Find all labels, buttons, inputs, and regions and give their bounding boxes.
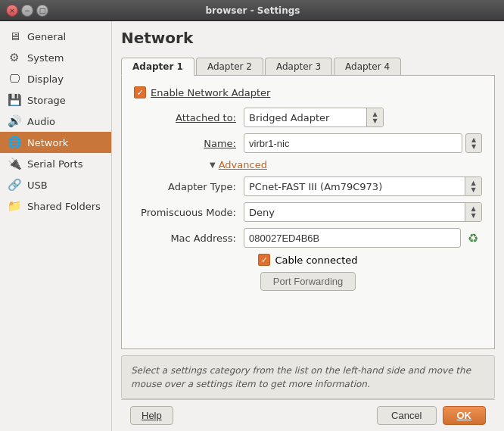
- sidebar-item-shared-folders[interactable]: 📁 Shared Folders: [0, 195, 111, 217]
- arrow-up2: ▲: [471, 180, 475, 186]
- attached-to-arrow[interactable]: ▲ ▼: [366, 108, 383, 126]
- tab-adapter3[interactable]: Adapter 3: [265, 58, 332, 75]
- tab-adapter2[interactable]: Adapter 2: [196, 58, 263, 75]
- storage-icon: 💾: [8, 93, 21, 107]
- cable-checkmark-icon: ✓: [261, 255, 268, 265]
- sidebar-item-system[interactable]: ⚙ System: [0, 47, 111, 68]
- network-icon: 🌐: [8, 136, 21, 149]
- attached-to-row: Attached to: Bridged Adapter ▲ ▼: [134, 108, 482, 127]
- sidebar-label-general: General: [27, 31, 66, 42]
- advanced-toggle[interactable]: ▼ Advanced: [134, 159, 482, 170]
- mac-label: Mac Address:: [134, 233, 244, 244]
- sidebar-label-storage: Storage: [27, 95, 66, 106]
- serial-ports-icon: 🔌: [8, 157, 21, 170]
- collapse-icon: ▼: [210, 161, 216, 169]
- system-icon: ⚙: [8, 51, 21, 64]
- promiscuous-arrow[interactable]: ▲ ▼: [465, 203, 481, 221]
- minimize-button[interactable]: −: [21, 5, 33, 17]
- general-icon: 🖥: [8, 30, 21, 43]
- port-forwarding-row: Port Forwarding: [134, 272, 482, 291]
- name-label: Name:: [134, 138, 244, 149]
- sidebar-label-audio: Audio: [27, 116, 55, 127]
- titlebar: × − □ browser - Settings: [0, 0, 504, 21]
- checkmark-icon: ✓: [136, 88, 143, 98]
- adapter-type-arrow[interactable]: ▲ ▼: [465, 177, 481, 195]
- settings-panel: ✓ Enable Network Adapter Attached to: Br…: [121, 75, 495, 349]
- help-button[interactable]: Help: [130, 406, 173, 425]
- main-container: 🖥 General ⚙ System 🖵 Display 💾 Storage 🔊…: [0, 21, 504, 431]
- maximize-button[interactable]: □: [36, 5, 48, 17]
- sidebar-item-display[interactable]: 🖵 Display: [0, 68, 111, 89]
- arrow-down2: ▼: [471, 187, 475, 193]
- cable-row: ✓ Cable connected: [134, 254, 482, 266]
- spinner-down: ▼: [471, 144, 476, 150]
- display-icon: 🖵: [8, 72, 21, 86]
- tab-adapter4[interactable]: Adapter 4: [334, 58, 401, 75]
- enable-checkbox[interactable]: ✓: [134, 86, 146, 98]
- enable-row: ✓ Enable Network Adapter: [134, 86, 482, 98]
- advanced-label: Advanced: [219, 159, 267, 170]
- sidebar-item-usb[interactable]: 🔗 USB: [0, 174, 111, 195]
- info-bar: Select a settings category from the list…: [121, 355, 495, 399]
- cancel-button[interactable]: Cancel: [377, 406, 436, 425]
- arrow-up3: ▲: [471, 206, 475, 212]
- arrow-down: ▼: [372, 118, 377, 124]
- spinner-up: ▲: [471, 137, 476, 143]
- sidebar-label-display: Display: [27, 73, 64, 85]
- sidebar-item-general[interactable]: 🖥 General: [0, 26, 111, 47]
- usb-icon: 🔗: [8, 178, 21, 192]
- attached-to-label: Attached to:: [134, 112, 244, 123]
- attached-to-value: Bridged Adapter: [244, 112, 366, 123]
- close-button[interactable]: ×: [6, 5, 18, 17]
- promiscuous-row: Promiscuous Mode: Deny ▲ ▼: [134, 202, 482, 222]
- sidebar-item-network[interactable]: 🌐 Network: [0, 132, 111, 153]
- sidebar-label-system: System: [27, 52, 64, 64]
- sidebar-label-shared-folders: Shared Folders: [27, 201, 101, 212]
- sidebar-item-audio[interactable]: 🔊 Audio: [0, 111, 111, 132]
- sidebar: 🖥 General ⚙ System 🖵 Display 💾 Storage 🔊…: [0, 21, 112, 431]
- page-title: Network: [121, 29, 495, 50]
- promiscuous-label: Promiscuous Mode:: [134, 207, 244, 218]
- mac-refresh-button[interactable]: ♻: [464, 229, 482, 247]
- promiscuous-dropdown[interactable]: Deny ▲ ▼: [244, 202, 482, 222]
- audio-icon: 🔊: [8, 114, 21, 128]
- bottom-right-buttons: Cancel OK: [377, 406, 486, 425]
- enable-label: Enable Network Adapter: [151, 87, 270, 98]
- sidebar-label-usb: USB: [27, 180, 48, 191]
- mac-row: Mac Address: ♻: [134, 228, 482, 248]
- attached-to-dropdown[interactable]: Bridged Adapter ▲ ▼: [244, 108, 384, 127]
- sidebar-item-serial-ports[interactable]: 🔌 Serial Ports: [0, 153, 111, 174]
- window-controls[interactable]: × − □: [6, 5, 48, 17]
- adapter-type-label: Adapter Type:: [134, 181, 244, 192]
- bottom-bar: Help Cancel OK: [121, 399, 495, 431]
- sidebar-item-storage[interactable]: 💾 Storage: [0, 89, 111, 111]
- adapter-type-value: PCnet-FAST III (Am79C973): [244, 181, 465, 192]
- cable-label: Cable connected: [275, 255, 357, 266]
- name-input[interactable]: [244, 133, 462, 153]
- adapter-type-row: Adapter Type: PCnet-FAST III (Am79C973) …: [134, 176, 482, 196]
- name-spinner[interactable]: ▲ ▼: [465, 133, 482, 153]
- name-row: Name: ▲ ▼: [134, 133, 482, 153]
- promiscuous-value: Deny: [244, 207, 465, 218]
- mac-input[interactable]: [244, 228, 461, 248]
- port-forwarding-button[interactable]: Port Forwarding: [260, 272, 356, 291]
- sidebar-label-serial-ports: Serial Ports: [27, 158, 82, 170]
- arrow-down3: ▼: [471, 213, 475, 219]
- cable-checkbox[interactable]: ✓: [258, 254, 270, 266]
- window-title: browser - Settings: [53, 5, 453, 16]
- adapter-type-dropdown[interactable]: PCnet-FAST III (Am79C973) ▲ ▼: [244, 176, 482, 196]
- tab-bar: Adapter 1 Adapter 2 Adapter 3 Adapter 4: [121, 58, 495, 75]
- content-wrapper: Network Adapter 1 Adapter 2 Adapter 3 Ad…: [112, 21, 504, 431]
- ok-button[interactable]: OK: [443, 406, 487, 425]
- sidebar-label-network: Network: [27, 137, 68, 148]
- mac-input-wrapper: ♻: [244, 228, 482, 248]
- tab-adapter1[interactable]: Adapter 1: [121, 58, 194, 76]
- arrow-up: ▲: [372, 111, 377, 117]
- shared-folders-icon: 📁: [8, 199, 21, 213]
